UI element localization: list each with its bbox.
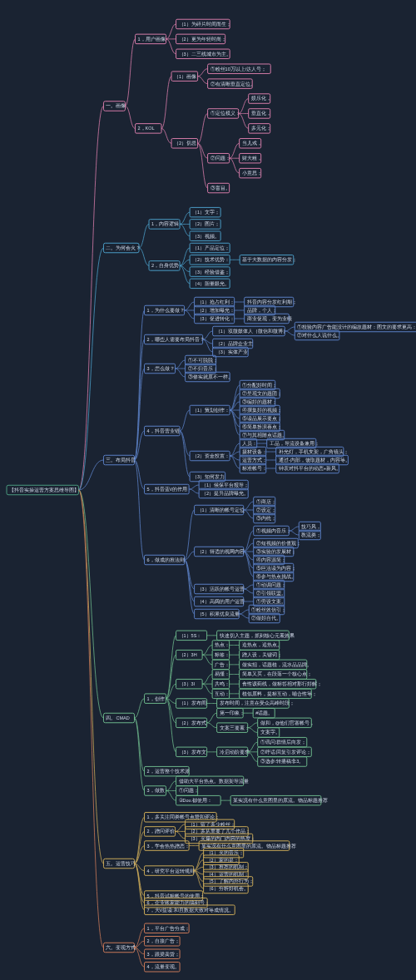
node-label: 共鸣：: [215, 681, 230, 686]
node-label: 多元化；: [251, 126, 271, 131]
node-label: （4）胆量眼光。: [192, 281, 230, 287]
node-label: ③盲目。: [210, 185, 230, 191]
node-label: 造热点，追热点。: [242, 642, 282, 647]
mindmap-node: 1，内容逻辑: [149, 220, 180, 230]
node-label: 发布时间，注意在受众高峰时段；: [220, 700, 295, 705]
node-label: （2）发布式: [179, 720, 206, 726]
node-label: 2，运营整个技术派: [147, 769, 190, 774]
mindmap-node: （2）图片；: [190, 220, 220, 230]
mindmap-node: （2）多从里要了几个作品；: [186, 827, 250, 837]
node-label: ①校验内容广告能没计的编故题材：图文的要求更高：镜头语言不足。: [297, 324, 416, 329]
node-label: 标准帐号：: [241, 466, 267, 471]
mindmap-node: ②Dou.都使用：: [176, 795, 221, 805]
node-label: ①定位模义：: [210, 110, 240, 116]
mindmap-node: 六。变现方式: [103, 943, 136, 953]
node-label: （3）3I: [179, 681, 196, 687]
mindmap-node: 2，运营整个技术派: [145, 766, 190, 776]
node-label: ①劳设文案。: [256, 598, 286, 604]
mindmap-node: 1，平台广告分成；: [145, 923, 190, 933]
mindmap-node: （2）得适的视网内容: [195, 547, 245, 557]
mindmap-node: （3）活跃的帐号运营: [195, 584, 245, 594]
mindmap-node: ②对什么人说什么。: [295, 330, 342, 340]
mindmap-node: 二。为何会火？: [103, 243, 141, 253]
mindmap-node: 娱乐化，: [249, 94, 271, 104]
mindmap-node: （3）实体产业: [213, 347, 249, 357]
node-label: 3，学会热热蹭态：: [147, 844, 190, 849]
mindmap-node: ①问题；: [176, 786, 199, 796]
node-label: （1）5S：: [179, 633, 202, 639]
node-label: 热点：: [215, 642, 230, 647]
node-label: 六。变现方式: [106, 944, 136, 950]
node-label: 垂直化，: [251, 111, 271, 116]
mindmap-node: （1）发布间: [176, 699, 207, 709]
mindmap-node: （2）资金投置：: [190, 451, 230, 461]
node-label: ⑥简单扮演喜点；: [242, 423, 282, 429]
mindmap-node: 财大粗，: [240, 153, 262, 163]
mindmap-node: ②问题：: [208, 153, 230, 163]
mindmap-node: 2，自身优势: [149, 261, 180, 271]
mindmap-node: （1）文字；: [190, 207, 220, 217]
mindmap-node: （3）二三线城市为主。: [176, 49, 231, 59]
node-label: （2）技术优势：: [192, 257, 230, 263]
mindmap-node: 五。运营技巧: [103, 859, 136, 869]
mindmap-node: （1）火的音乐；: [204, 848, 244, 857]
node-label: （1）策划创作：: [192, 408, 230, 413]
mindmap-node: 5，抖音蓝V的作用: [145, 484, 190, 494]
node-label: ②有清晰垂直定位。: [210, 81, 255, 87]
mindmap-node: （1）为碎片时间而生；: [176, 19, 231, 29]
node-label: （3）知何发力: [192, 474, 225, 480]
mindmap-node: 快速切入主题，抓到核心元素效果: [217, 631, 295, 641]
mindmap-node: （2）提升品牌曝光。: [199, 488, 249, 498]
node-label: 娱乐化，: [251, 96, 271, 101]
mindmap-node: （3）推荐的机制；: [204, 863, 249, 873]
node-label: （1）抢占红利：: [197, 299, 235, 305]
mindmap-node: ③修实就原不一样。: [186, 372, 233, 382]
node-label: 4，抖音营业链: [147, 428, 180, 433]
mindmap-node: 热点：: [212, 641, 230, 651]
node-label: 做实招，话题植，流水品品牌。: [242, 661, 312, 667]
node-label: （2）得适的视网内容: [197, 548, 245, 555]
node-label: （2）资金投置：: [192, 453, 230, 459]
node-label: （1）候保平台报导；: [201, 483, 249, 488]
mindmap-node: ③盲目。: [208, 183, 230, 193]
mindmap-node: 标准帐号：: [240, 463, 267, 473]
node-label: ①不可脱脱；: [188, 358, 218, 363]
node-label: 3，怎么做？: [147, 366, 175, 371]
mindmap-node: （1）留了多少粉丝；: [186, 819, 235, 829]
mindmap-node: 互动：: [212, 689, 230, 699]
mindmap-node: 3，做数: [145, 786, 166, 796]
mindmap-node: 7，大V益读:和且数据大致对等成情况。: [145, 905, 235, 915]
mindmap-node: 文案三要素：: [217, 723, 250, 733]
node-label: 五。运营技巧: [106, 861, 136, 866]
node-label: （2）更为年轻时尚；: [179, 37, 226, 42]
node-label: 蹭人设，关键词；: [242, 651, 282, 657]
mindmap-node: （1）产品定位；: [190, 243, 230, 253]
node-label: ②对什么人说什么。: [297, 333, 342, 338]
node-label: 四。CMAD: [106, 715, 129, 720]
mindmap-node: （3）经验借鉴；: [190, 267, 230, 277]
mindmap-node: （4）胆量眼光。: [190, 279, 230, 289]
mindmap-node: 1，用户画像: [136, 34, 166, 44]
node-label: （1）发布间: [179, 700, 206, 706]
node-label: ⑤巨法读为内容；: [256, 565, 296, 571]
node-label: ③实验的发展材；: [256, 548, 296, 554]
node-label: 互动：: [215, 691, 230, 696]
node-label: 冷启动阶要求: [220, 749, 250, 755]
mindmap-node: 2，蹭问评价: [145, 827, 176, 837]
mindmap-node: 6，企业账家能力的搞到号；: [145, 898, 210, 908]
node-label: （2）图片；: [192, 221, 220, 227]
mindmap-node: ③选参:转播稿非3。: [258, 757, 307, 767]
node-label: （4）高阔的用户运营: [197, 598, 245, 605]
node-label: 技巧风，: [300, 524, 321, 529]
mindmap-node: 共鸣：: [212, 679, 230, 689]
node-label: ②问题：: [210, 156, 230, 161]
node-label: （5）积累优良流量: [197, 611, 240, 617]
node-label: ②呈现文的题团；: [242, 390, 282, 396]
node-label: 一。画像: [106, 103, 126, 108]
mindmap-node: 易懂：: [212, 670, 230, 680]
mindmap-node: 食性该蓟线，做标答相对那行好解；: [240, 679, 322, 689]
mindmap-node: ②呼话:回复引发评论；: [258, 747, 312, 757]
mindmap-node: 5，抖音试标帐号的使用；: [145, 891, 205, 901]
mindmap-node: （3）火爆的内门内容的热度；: [186, 834, 255, 844]
mindmap-node: ①讯问:群情后向发；: [258, 737, 307, 747]
